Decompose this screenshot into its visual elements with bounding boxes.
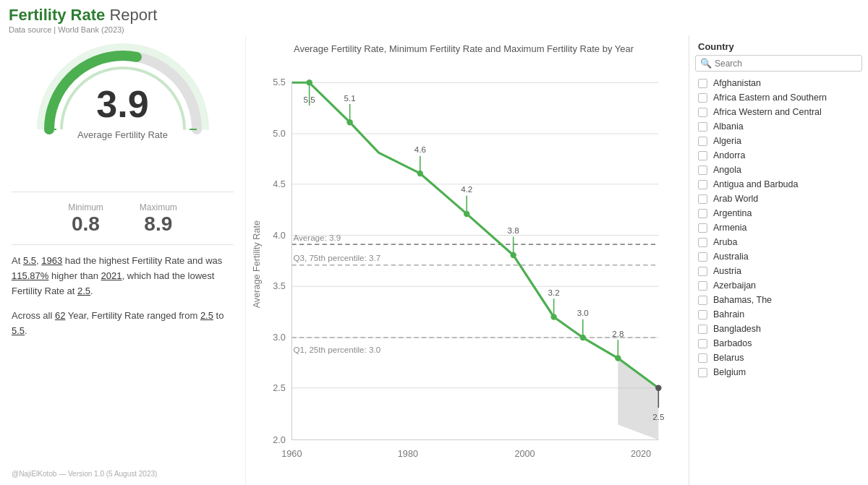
chart-wrapper: Average Fertility Rate <box>246 59 681 478</box>
list-item[interactable]: Arab World <box>689 192 868 206</box>
svg-text:2.0: 2.0 <box>273 435 286 445</box>
svg-text:Q1, 25th percentile: 3.0: Q1, 25th percentile: 3.0 <box>293 345 380 354</box>
country-name: Arab World <box>713 194 758 204</box>
country-checkbox[interactable] <box>698 151 707 160</box>
country-checkbox[interactable] <box>698 325 707 334</box>
maximum-value: 8.9 <box>144 213 172 236</box>
divider-2 <box>12 244 234 245</box>
country-name: Aruba <box>713 237 737 247</box>
list-item[interactable]: Australia <box>689 249 868 264</box>
svg-text:4.0: 4.0 <box>273 231 286 241</box>
list-item[interactable]: Austria <box>689 264 868 278</box>
country-name: Australia <box>713 252 749 262</box>
svg-text:1980: 1980 <box>398 449 418 459</box>
country-name: Algeria <box>713 136 741 146</box>
chart-title: Average Fertility Rate, Minimum Fertilit… <box>246 43 681 56</box>
country-name: Angola <box>713 165 741 175</box>
list-item[interactable]: Argentina <box>689 206 868 220</box>
country-checkbox[interactable] <box>698 310 707 319</box>
header: Fertility Rate Report Data source | Worl… <box>0 0 868 35</box>
list-item[interactable]: Belgium <box>689 365 868 379</box>
list-item[interactable]: Africa Eastern and Southern <box>689 90 868 105</box>
svg-text:4.6: 4.6 <box>414 145 426 155</box>
svg-marker-31 <box>618 359 658 440</box>
country-checkbox[interactable] <box>698 353 707 363</box>
maximum-label: Maximum <box>140 202 177 213</box>
country-checkbox[interactable] <box>698 339 707 348</box>
country-checkbox[interactable] <box>698 137 707 146</box>
kpi-average-value: 3.9 <box>96 82 148 126</box>
svg-text:Q3, 75th percentile: 3.7: Q3, 75th percentile: 3.7 <box>293 254 380 263</box>
country-name: Armenia <box>713 223 747 233</box>
svg-text:5.5: 5.5 <box>304 95 315 104</box>
list-item[interactable]: Bahrain <box>689 307 868 322</box>
country-checkbox[interactable] <box>698 180 707 189</box>
svg-text:3.8: 3.8 <box>508 226 519 236</box>
svg-text:2000: 2000 <box>514 449 535 459</box>
svg-text:3.0: 3.0 <box>273 332 286 343</box>
list-item[interactable]: Armenia <box>689 220 868 235</box>
minimum-value: 0.8 <box>72 213 100 236</box>
maximum-item: Maximum 8.9 <box>140 202 177 236</box>
list-item[interactable]: Albania <box>689 119 868 134</box>
list-item[interactable]: Azerbaijan <box>689 278 868 293</box>
search-icon: 🔍 <box>700 58 712 69</box>
country-name: Africa Western and Central <box>713 107 822 117</box>
list-item[interactable]: Barbados <box>689 336 868 351</box>
list-item[interactable]: Bahamas, The <box>689 293 868 307</box>
country-checkbox[interactable] <box>698 122 707 132</box>
chart-svg: Average Fertility Rate <box>246 59 681 478</box>
subtitle: Data source | World Bank (2023) <box>9 25 859 34</box>
country-checkbox[interactable] <box>698 93 707 103</box>
country-name: Antigua and Barbuda <box>713 179 798 189</box>
kpi-average-label: Average Fertility Rate <box>77 129 168 140</box>
country-checkbox[interactable] <box>698 209 707 218</box>
country-checkbox[interactable] <box>698 238 707 247</box>
country-checkbox[interactable] <box>698 281 707 291</box>
svg-text:1960: 1960 <box>281 449 302 459</box>
country-name: Belgium <box>713 367 746 377</box>
country-checkbox[interactable] <box>698 194 707 204</box>
country-name: Argentina <box>713 208 752 218</box>
gauge-container: 3.9 Average Fertility Rate <box>12 43 234 180</box>
list-item[interactable]: Afghanistan <box>689 76 868 90</box>
search-input[interactable] <box>715 59 857 69</box>
country-checkbox[interactable] <box>698 296 707 305</box>
min-max-row: Minimum 0.8 Maximum 8.9 <box>12 202 234 236</box>
divider-1 <box>12 192 234 192</box>
svg-text:Average: 3.9: Average: 3.9 <box>293 233 341 242</box>
country-name: Albania <box>713 121 744 132</box>
search-box[interactable]: 🔍 <box>695 55 862 72</box>
minimum-item: Minimum 0.8 <box>68 202 103 236</box>
country-checkbox[interactable] <box>698 368 707 377</box>
country-name: Azerbaijan <box>713 280 756 291</box>
country-checkbox[interactable] <box>698 267 707 276</box>
title-light: Report <box>105 6 157 24</box>
chart-area: Average Fertility Rate, Minimum Fertilit… <box>246 35 689 485</box>
list-item[interactable]: Andorra <box>689 148 868 163</box>
list-item[interactable]: Aruba <box>689 235 868 249</box>
country-checkbox[interactable] <box>698 108 707 117</box>
country-checkbox[interactable] <box>698 166 707 175</box>
country-checkbox[interactable] <box>698 252 707 262</box>
list-item[interactable]: Africa Western and Central <box>689 105 868 119</box>
svg-text:2020: 2020 <box>631 449 651 459</box>
svg-text:5.0: 5.0 <box>273 129 286 139</box>
list-item[interactable]: Antigua and Barbuda <box>689 177 868 192</box>
list-item[interactable]: Angola <box>689 163 868 177</box>
main-content: 3.9 Average Fertility Rate Minimum 0.8 M… <box>0 35 868 485</box>
country-checkbox[interactable] <box>698 79 707 88</box>
right-panel: Country 🔍 AfghanistanAfrica Eastern and … <box>689 35 868 485</box>
page-title: Fertility Rate Report <box>9 6 859 25</box>
stat-text-2: Across all 62 Year, Fertility Rate range… <box>12 309 234 339</box>
svg-text:2.5: 2.5 <box>652 412 664 421</box>
list-item[interactable]: Bangladesh <box>689 322 868 336</box>
svg-text:2.8: 2.8 <box>612 329 624 338</box>
country-name: Africa Eastern and Southern <box>713 93 827 103</box>
country-name: Afghanistan <box>713 78 761 88</box>
country-checkbox[interactable] <box>698 223 707 233</box>
list-item[interactable]: Belarus <box>689 351 868 365</box>
svg-text:4.5: 4.5 <box>273 179 286 189</box>
list-item[interactable]: Algeria <box>689 134 868 148</box>
country-name: Andorra <box>713 150 745 160</box>
